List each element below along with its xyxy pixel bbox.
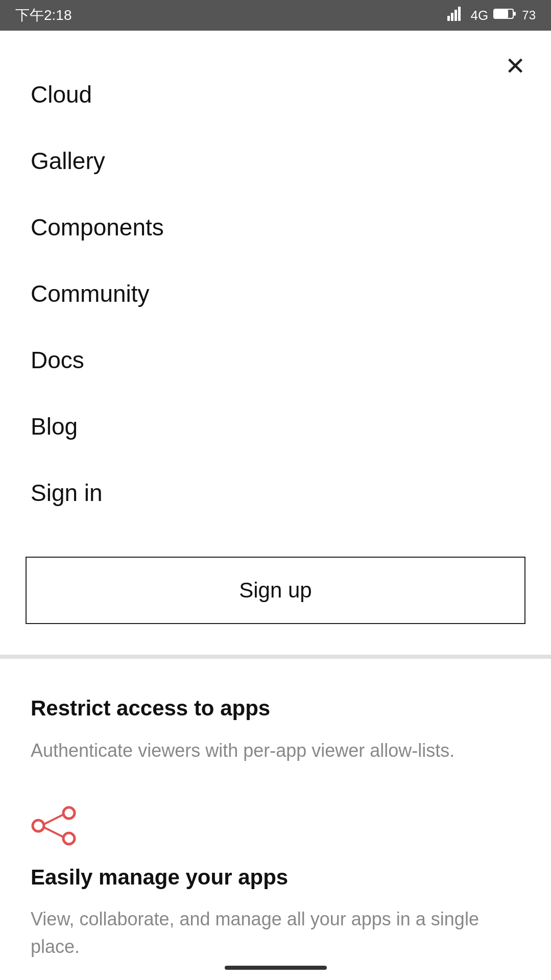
feature-restrict-desc: Authenticate viewers with per-app viewer… [31,737,520,764]
feature-restrict-access: Restrict access to apps Authenticate vie… [31,695,520,764]
nav-item-gallery[interactable]: Gallery [0,128,551,194]
svg-point-9 [33,820,44,831]
battery-icon [493,7,517,23]
feature-manage-desc: View, collaborate, and manage all your a… [31,905,520,961]
network-label: 4G [471,8,489,23]
svg-rect-6 [514,12,516,16]
status-bar: 下午2:18 4G 73 [0,0,551,31]
svg-rect-1 [451,13,453,21]
svg-line-10 [44,815,63,824]
signup-button[interactable]: Sign up [26,557,525,624]
feature-manage-title: Easily manage your apps [31,864,520,892]
share-icon-wrapper [31,805,520,848]
svg-point-8 [63,833,75,844]
feature-manage-apps: Easily manage your apps View, collaborat… [31,805,520,961]
status-time: 下午2:18 [15,6,72,25]
menu-overlay: ✕ Cloud Gallery Components Community Doc… [0,31,551,655]
nav-item-community[interactable]: Community [0,260,551,327]
close-button[interactable]: ✕ [500,51,531,82]
svg-rect-3 [458,7,461,21]
scroll-indicator [225,966,327,970]
feature-restrict-title: Restrict access to apps [31,695,520,723]
signup-button-wrapper: Sign up [0,546,551,655]
close-icon: ✕ [505,54,525,79]
svg-rect-0 [447,16,450,21]
nav-item-blog[interactable]: Blog [0,393,551,460]
share-icon [31,805,77,846]
nav-item-signin[interactable]: Sign in [0,460,551,526]
nav-item-components[interactable]: Components [0,194,551,260]
nav-item-cloud[interactable]: Cloud [0,61,551,128]
svg-line-11 [44,827,63,837]
status-icons: 4G 73 [447,7,536,24]
content-section: Restrict access to apps Authenticate vie… [0,659,551,980]
nav-item-docs[interactable]: Docs [0,327,551,393]
nav-menu: Cloud Gallery Components Community Docs … [0,31,551,546]
svg-point-7 [63,807,75,819]
signal-icon [447,7,466,24]
svg-rect-5 [494,10,508,18]
section-divider [0,655,551,659]
svg-rect-2 [454,10,457,21]
battery-level: 73 [522,8,536,22]
